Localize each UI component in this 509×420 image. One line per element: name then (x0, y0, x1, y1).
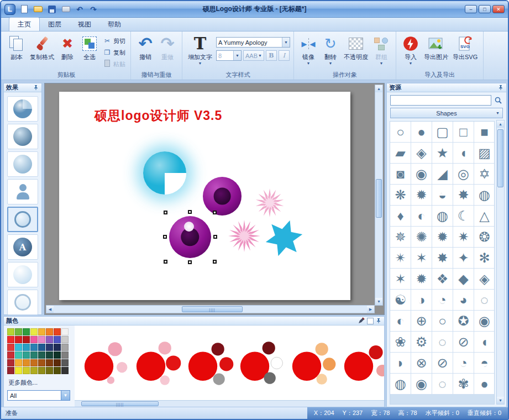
shape-cell[interactable]: ▢ (432, 122, 453, 142)
selection-handle[interactable] (213, 211, 217, 214)
scrollbar-thumb[interactable]: ||||| (81, 401, 159, 406)
shape-cell[interactable]: ● (474, 374, 495, 394)
color-swatch[interactable] (15, 328, 22, 335)
color-swatch[interactable] (54, 344, 61, 351)
color-scheme-preview[interactable] (290, 328, 342, 397)
color-swatch[interactable] (54, 328, 61, 335)
color-swatch[interactable] (7, 359, 14, 366)
scroll-left-arrow[interactable]: ◀ (46, 306, 54, 313)
canvas-shape-blue-star[interactable] (260, 214, 308, 262)
undo-button[interactable]: ↶ 撤销 (134, 33, 156, 61)
shape-cell[interactable]: ✦ (453, 248, 474, 268)
canvas-selected-object[interactable] (165, 212, 215, 262)
shape-cell[interactable]: ◌ (432, 374, 453, 394)
close-button[interactable]: ✕ (492, 5, 505, 13)
color-swatch[interactable] (61, 367, 69, 374)
schemes-horizontal-scrollbar[interactable]: ||||| (75, 400, 384, 407)
shape-cell[interactable]: ◈ (411, 143, 432, 163)
effect-thumbnail-pie-sphere[interactable] (7, 96, 38, 122)
color-swatch[interactable] (38, 336, 45, 343)
shape-cell[interactable]: ☾ (453, 206, 474, 226)
shape-cell[interactable]: ⊗ (411, 353, 432, 373)
chevron-down-icon[interactable]: ▼ (233, 51, 241, 60)
color-swatch[interactable] (38, 344, 45, 351)
add-text-button[interactable]: T 增加文字 ▼ (186, 33, 214, 66)
shape-cell[interactable]: ◖ (474, 332, 495, 352)
copy-button[interactable]: ❐复制 (102, 48, 127, 57)
shape-cell[interactable]: ✸ (453, 185, 474, 205)
selection-handle[interactable] (188, 260, 192, 264)
shape-cell[interactable]: ◍ (474, 185, 495, 205)
color-scheme-preview[interactable] (82, 328, 134, 397)
shape-cell[interactable]: ◍ (390, 374, 411, 394)
selection-handle[interactable] (163, 235, 167, 239)
selection-handle[interactable] (213, 235, 217, 239)
shape-cell[interactable]: ⚙ (411, 332, 432, 352)
shape-cell[interactable]: ★ (432, 143, 453, 163)
color-swatch[interactable] (46, 336, 53, 343)
color-swatch[interactable] (38, 351, 45, 359)
shape-cell[interactable]: ▨ (474, 143, 495, 163)
shape-cell[interactable]: ◗ (390, 353, 411, 373)
color-swatch[interactable] (54, 336, 61, 343)
color-swatch[interactable] (23, 367, 30, 374)
shape-cell[interactable]: ● (411, 122, 432, 142)
shape-cell[interactable]: ◙ (390, 164, 411, 184)
resources-scrollbar[interactable]: ▲ ▼ (496, 120, 505, 405)
shape-cell[interactable]: ♦ (390, 206, 411, 226)
color-swatch[interactable] (23, 351, 30, 359)
shape-cell[interactable]: ❖ (432, 269, 453, 289)
shape-cell[interactable]: ✪ (453, 311, 474, 331)
open-button[interactable] (33, 4, 43, 14)
color-swatch[interactable] (30, 328, 38, 335)
color-swatch[interactable] (30, 367, 38, 374)
shapes-category-dropdown[interactable]: Shapes ▼ (390, 108, 503, 118)
shape-cell[interactable]: ◆ (453, 269, 474, 289)
shape-cell[interactable]: ✷ (453, 227, 474, 247)
mirror-button[interactable]: ▶◀ 镜像 ▼ (297, 33, 319, 66)
color-swatch[interactable] (54, 359, 61, 366)
color-scheme-preview[interactable] (134, 328, 186, 397)
shape-cell[interactable]: ◎ (453, 164, 474, 184)
effect-thumbnail-letter-ball[interactable]: A (7, 234, 38, 260)
shape-cell[interactable]: ◔ (432, 290, 453, 310)
color-swatch[interactable] (30, 359, 38, 366)
eyedropper-icon[interactable] (358, 317, 365, 325)
color-swatch[interactable] (15, 344, 22, 351)
color-swatch[interactable] (15, 359, 22, 366)
shape-cell[interactable]: □ (453, 122, 474, 142)
color-swatch[interactable] (30, 344, 38, 351)
shape-cell[interactable]: ◉ (411, 164, 432, 184)
canvas[interactable]: 硕思logo设计师 V3.5 (59, 92, 350, 300)
tab-layers[interactable]: 图层 (40, 18, 70, 31)
shape-cell[interactable]: ✡ (474, 164, 495, 184)
export-svg-button[interactable]: SVG 导出SVG (450, 33, 480, 61)
effect-thumbnail-dark-sphere[interactable] (7, 124, 38, 149)
shape-cell[interactable]: ◉ (474, 311, 495, 331)
shape-cell[interactable]: ✴ (390, 248, 411, 268)
scroll-down-arrow[interactable]: ▼ (375, 298, 382, 305)
shape-cell[interactable]: ◔ (453, 353, 474, 373)
shape-cell[interactable]: ✻ (474, 248, 495, 268)
new-document-button[interactable] (19, 4, 29, 14)
color-scheme-preview[interactable] (342, 328, 384, 397)
shape-cell[interactable]: ◑ (411, 290, 432, 310)
canvas-horizontal-scrollbar[interactable]: ◀ ▶ |||| (46, 305, 375, 313)
shape-cell[interactable]: ✾ (453, 374, 474, 394)
canvas-shape-starburst-small[interactable] (254, 187, 286, 219)
color-swatch[interactable] (30, 351, 38, 359)
shape-cell[interactable]: ❂ (474, 227, 495, 247)
pin-icon[interactable] (33, 85, 39, 91)
redo-button[interactable]: ↷ 重做 (156, 33, 179, 61)
quick-undo-button[interactable]: ↶ (75, 4, 85, 14)
color-swatch[interactable] (15, 336, 22, 343)
shape-cell[interactable]: ◢ (432, 164, 453, 184)
color-swatch[interactable] (46, 351, 53, 359)
copy-format-button[interactable]: 复制格式 (28, 33, 56, 61)
selection-handle[interactable] (188, 210, 192, 214)
shape-cell[interactable]: ✹ (411, 185, 432, 205)
case-button[interactable]: AAB▼ (243, 50, 264, 61)
color-swatch[interactable] (23, 336, 30, 343)
shape-cell[interactable]: ○ (390, 122, 411, 142)
color-scheme-preview[interactable] (186, 328, 238, 397)
